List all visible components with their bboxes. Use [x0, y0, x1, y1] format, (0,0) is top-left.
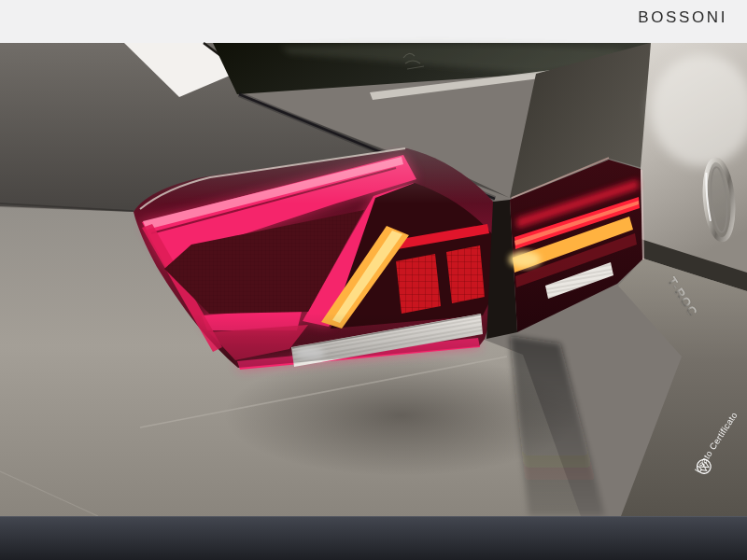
tailgate-indicator-hotspot [509, 251, 541, 268]
floor-band-shading [0, 516, 747, 560]
dealer-logo: BOSSONI [638, 9, 727, 27]
dealer-car-photo: BOSSONI T-ROC Usato Certificato [0, 0, 747, 560]
car-photo-illustration [0, 0, 747, 560]
